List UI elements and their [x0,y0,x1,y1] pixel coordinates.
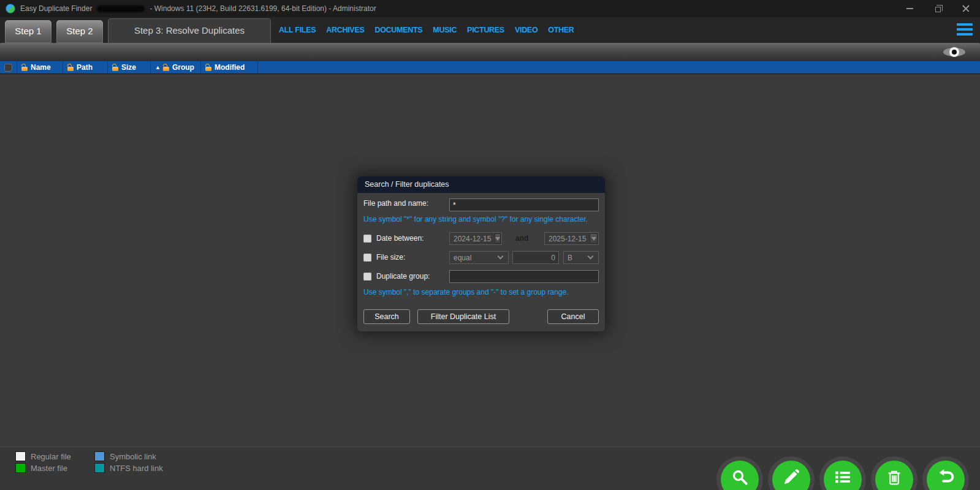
duplicate-group-row: Duplicate group: [363,272,430,281]
restore-button[interactable] [924,0,952,17]
filter-all-files[interactable]: ALL FILES [279,26,316,34]
file-path-input[interactable] [449,198,599,211]
select-all-cell [0,61,17,74]
window-controls [895,0,980,17]
file-size-row: File size: [363,253,405,262]
date-to-value: 2025-12-15 [545,235,590,243]
column-header-group[interactable]: ▲ Group [151,61,201,74]
filter-duplicate-list-button[interactable]: Filter Duplicate List [417,309,509,324]
app-logo-icon [6,4,15,13]
close-icon [962,5,970,12]
unlock-icon [21,67,28,71]
date-to-dropdown-icon[interactable] [590,233,598,244]
date-between-checkbox[interactable] [363,235,371,243]
legend-master-file: Master file [15,463,67,473]
date-between-label: Date between: [376,234,424,243]
size-unit-value: B [564,254,588,262]
search-filter-dialog: Search / Filter duplicates File path and… [357,176,605,331]
date-between-row: Date between: [363,234,424,243]
sort-ascending-icon: ▲ [155,64,161,70]
filter-documents[interactable]: DOCUMENTS [374,26,422,34]
date-to-picker[interactable]: 2025-12-15 [544,232,599,245]
unlock-icon [205,67,211,71]
redacted-text [97,6,145,12]
master-file-swatch [15,463,26,473]
filter-archives[interactable]: ARCHIVES [326,26,364,34]
legend-ntfs-hard-link: NTFS hard link [94,463,163,473]
file-type-filters: ALL FILES ARCHIVES DOCUMENTS MUSIC PICTU… [279,17,574,43]
and-label: and [515,234,528,243]
column-header-name[interactable]: Name [17,61,63,74]
search-button[interactable]: Search [363,309,410,324]
window-title-rest: - Windows 11 (23H2, Build 22631.6199, 64… [150,4,376,13]
size-value-input[interactable] [512,251,559,264]
size-operator-select[interactable]: equal [449,251,509,264]
filter-pictures[interactable]: PICTURES [467,26,504,34]
column-header-modified[interactable]: Modified [201,61,258,74]
unlock-icon [112,67,118,71]
wildcard-hint: Use symbol "*" for any string and symbol… [363,215,588,224]
size-operator-value: equal [450,254,498,262]
tab-step-1[interactable]: Step 1 [5,20,51,43]
column-header-size[interactable]: Size [108,61,151,74]
tab-step-2[interactable]: Step 2 [56,20,103,43]
dialog-title: Search / Filter duplicates [357,176,605,193]
ntfs-hard-link-swatch [94,463,105,473]
select-all-checkbox[interactable] [4,64,12,72]
column-header-path[interactable]: Path [63,61,108,74]
duplicate-group-label: Duplicate group: [376,272,430,281]
file-path-row: File path and name: [363,199,428,208]
title-bar: Easy Duplicate Finder- Windows 11 (23H2,… [0,0,980,17]
tab-step-3-resolve-duplicates[interactable]: Step 3: Resolve Duplicates [108,18,271,43]
symbolic-link-swatch [94,451,105,461]
minimize-button[interactable] [895,0,924,17]
menu-hamburger-icon[interactable] [957,23,973,36]
unlock-icon [67,67,74,71]
file-size-checkbox[interactable] [363,254,371,262]
group-hint: Use symbol "," to separate groups and "-… [363,288,569,296]
restore-icon [935,7,941,12]
filter-other[interactable]: OTHER [548,26,574,34]
chevron-down-icon [498,254,504,260]
file-path-label: File path and name: [363,199,428,208]
column-header-filler [258,61,980,74]
undo-icon [936,468,955,486]
trash-icon [885,468,903,486]
unlock-icon [163,67,169,71]
date-from-picker[interactable]: 2024-12-15 [449,232,502,245]
pencil-icon [782,468,800,486]
legend-regular-file: Regular file [15,451,71,461]
chevron-down-icon [588,254,594,260]
duplicate-group-checkbox[interactable] [363,273,371,281]
minimize-icon [906,8,913,9]
legend-symbolic-link: Symbolic link [94,451,156,461]
window-title: Easy Duplicate Finder- Windows 11 (23H2,… [20,4,376,13]
toolbar-strip [0,43,980,61]
date-from-value: 2024-12-15 [450,235,495,243]
date-from-dropdown-icon[interactable] [495,233,501,244]
window-title-app: Easy Duplicate Finder [20,4,92,13]
filter-music[interactable]: MUSIC [433,26,457,34]
tab-bar: Step 1 Step 2 Step 3: Resolve Duplicates… [0,17,980,43]
duplicate-group-input[interactable] [449,270,599,283]
list-icon [834,468,852,486]
filter-video[interactable]: VIDEO [515,26,537,34]
size-unit-select[interactable]: B [563,251,599,264]
close-button[interactable] [952,0,980,17]
results-table-header: Name Path Size ▲ Group Modified [0,61,980,74]
search-icon [731,468,749,486]
eye-preview-icon[interactable] [943,47,965,58]
cancel-button[interactable]: Cancel [547,309,599,324]
regular-file-swatch [15,451,26,461]
file-size-label: File size: [376,253,405,262]
